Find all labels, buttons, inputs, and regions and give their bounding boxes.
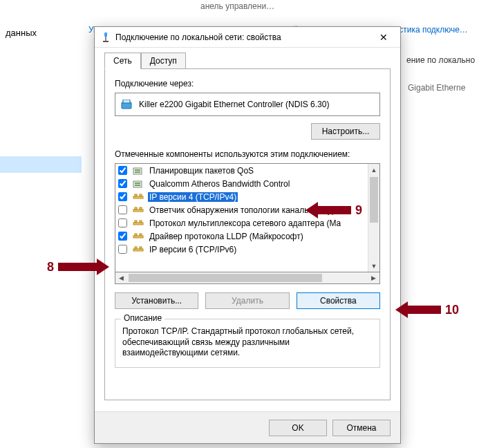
svg-rect-16 bbox=[140, 207, 142, 209]
close-button[interactable]: ✕ bbox=[370, 28, 397, 47]
bg-left-label: данных bbox=[6, 28, 37, 38]
svg-rect-25 bbox=[140, 247, 142, 249]
component-label: Протокол мультиплексора сетевого адаптер… bbox=[148, 218, 342, 228]
properties-button[interactable]: Свойства bbox=[297, 292, 380, 309]
components-list: Планировщик пакетов QoSQualcomm Atheros … bbox=[115, 163, 380, 272]
horizontal-scrollbar[interactable]: ◀ ▶ bbox=[115, 272, 380, 284]
svg-rect-13 bbox=[140, 194, 142, 196]
tab-access[interactable]: Доступ bbox=[141, 53, 186, 69]
scroll-down-icon[interactable]: ▼ bbox=[368, 260, 379, 272]
titlebar[interactable]: Подключение по локальной сети: свойства … bbox=[95, 27, 400, 48]
tab-network[interactable]: Сеть bbox=[104, 53, 141, 69]
properties-dialog: Подключение по локальной сети: свойства … bbox=[94, 26, 401, 444]
svg-rect-18 bbox=[135, 221, 137, 223]
svg-rect-21 bbox=[135, 234, 137, 236]
bg-controlpanel-fragment: анель управлени… bbox=[200, 1, 274, 11]
tab-panel-network: Подключение через: Killer e2200 Gigabit … bbox=[104, 68, 391, 400]
component-checkbox[interactable] bbox=[118, 192, 127, 201]
svg-rect-22 bbox=[140, 234, 142, 236]
component-item[interactable]: Ответчик обнаружения топологии канальног… bbox=[115, 203, 368, 216]
svg-rect-24 bbox=[135, 247, 137, 249]
component-item[interactable]: IP версии 6 (TCP/IPv6) bbox=[115, 243, 368, 256]
svg-rect-6 bbox=[135, 169, 140, 171]
component-label: Драйвер протокола LLDP (Майкрософт) bbox=[148, 232, 305, 241]
service-icon bbox=[133, 166, 144, 176]
svg-rect-2 bbox=[103, 41, 109, 42]
adapter-icon bbox=[121, 100, 133, 109]
ok-button[interactable]: OK bbox=[269, 420, 327, 436]
protocol-icon bbox=[133, 245, 144, 254]
svg-rect-15 bbox=[135, 207, 137, 209]
scroll-left-icon[interactable]: ◀ bbox=[115, 272, 127, 283]
svg-rect-5 bbox=[133, 168, 142, 174]
component-checkbox[interactable] bbox=[118, 166, 127, 175]
service-icon bbox=[133, 179, 144, 189]
component-label: Qualcomm Atheros Bandwidth Control bbox=[148, 179, 291, 189]
adapter-box: Killer e2200 Gigabit Ethernet Controller… bbox=[115, 93, 380, 116]
component-item[interactable]: Qualcomm Atheros Bandwidth Control bbox=[115, 177, 368, 190]
vertical-scrollbar[interactable]: ▲ ▼ bbox=[368, 164, 379, 272]
component-checkbox[interactable] bbox=[118, 179, 127, 188]
component-label: Планировщик пакетов QoS bbox=[148, 166, 255, 176]
description-text: Протокол TCP/IP. Стандартный протокол гл… bbox=[122, 326, 373, 359]
description-group: Протокол TCP/IP. Стандартный протокол гл… bbox=[115, 319, 380, 368]
adapter-name: Killer e2200 Gigabit Ethernet Controller… bbox=[139, 100, 329, 109]
component-item[interactable]: Протокол мультиплексора сетевого адаптер… bbox=[115, 216, 368, 230]
component-label: Ответчик обнаружения топологии канальног… bbox=[148, 205, 346, 215]
dialog-title: Подключение по локальной сети: свойства bbox=[115, 32, 370, 42]
scroll-right-icon[interactable]: ▶ bbox=[368, 272, 379, 283]
component-item[interactable]: IP версии 4 (TCP/IPv4) bbox=[115, 190, 368, 203]
dialog-footer: OK Отмена bbox=[95, 411, 400, 443]
annotation-10: 10 bbox=[395, 301, 463, 318]
svg-rect-10 bbox=[135, 185, 140, 186]
component-checkbox[interactable] bbox=[118, 205, 127, 214]
cancel-button[interactable]: Отмена bbox=[332, 420, 391, 436]
scroll-up-icon[interactable]: ▲ bbox=[368, 164, 379, 176]
component-label: IP версии 4 (TCP/IPv4) bbox=[148, 192, 238, 202]
bg-right-line2: Gigabit Etherne bbox=[408, 83, 465, 93]
svg-rect-1 bbox=[105, 37, 106, 41]
component-item[interactable]: Драйвер протокола LLDP (Майкрософт) bbox=[115, 230, 368, 243]
tabs: Сеть Доступ bbox=[104, 53, 391, 69]
component-checkbox[interactable] bbox=[118, 218, 127, 227]
components-label: Отмеченные компоненты используются этим … bbox=[115, 149, 380, 159]
protocol-icon bbox=[133, 192, 144, 202]
component-checkbox[interactable] bbox=[118, 245, 127, 254]
bg-selected-row bbox=[0, 156, 82, 173]
remove-button: Удалить bbox=[205, 292, 289, 309]
svg-rect-19 bbox=[140, 221, 142, 223]
svg-rect-9 bbox=[135, 183, 140, 184]
svg-rect-0 bbox=[104, 32, 107, 37]
connect-via-label: Подключение через: bbox=[115, 79, 380, 88]
protocol-icon bbox=[133, 232, 144, 241]
scroll-thumb[interactable] bbox=[370, 177, 378, 223]
component-label: IP версии 6 (TCP/IPv6) bbox=[148, 245, 238, 254]
network-icon bbox=[100, 32, 111, 43]
install-button[interactable]: Установить... bbox=[115, 292, 198, 309]
svg-rect-12 bbox=[135, 194, 137, 196]
bg-right-line1: ение по локально bbox=[406, 55, 475, 65]
svg-rect-7 bbox=[135, 171, 140, 173]
protocol-icon bbox=[133, 205, 144, 215]
component-item[interactable]: Планировщик пакетов QoS bbox=[115, 164, 368, 177]
protocol-icon bbox=[133, 218, 144, 228]
configure-button[interactable]: Настроить... bbox=[311, 123, 380, 140]
svg-rect-8 bbox=[133, 181, 142, 187]
hscroll-thumb[interactable] bbox=[129, 274, 322, 282]
component-checkbox[interactable] bbox=[118, 232, 127, 241]
svg-rect-4 bbox=[123, 100, 130, 103]
